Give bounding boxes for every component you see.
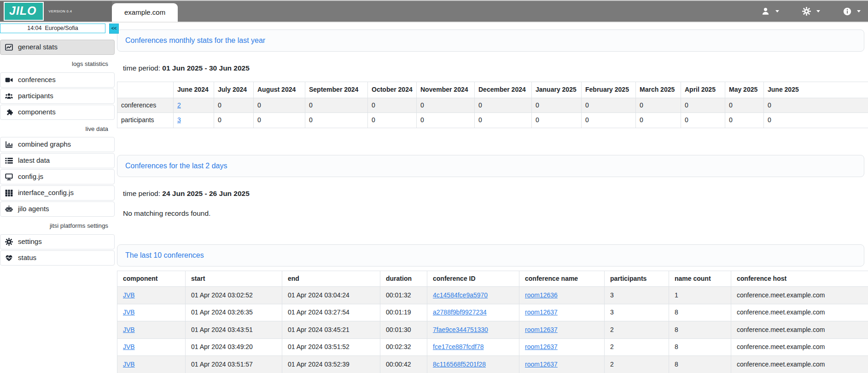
sidebar-section-jitsi-platforms-settings: jitsi platforms settings [0, 218, 115, 234]
column-header: end [282, 271, 380, 287]
conference-name-link[interactable]: room12637 [525, 361, 558, 368]
sidebar-item-label: participants [18, 92, 53, 101]
heart-pulse-icon [5, 254, 13, 262]
column-header: duration [380, 271, 427, 287]
sidebar-item-components[interactable]: components [0, 105, 115, 120]
conference-name-link[interactable]: room12637 [525, 326, 558, 333]
sidebar-item-label: latest data [18, 156, 50, 165]
conferences-count-link[interactable]: 2 [177, 101, 181, 109]
column-header: conference name [519, 271, 605, 287]
cell: 2 [605, 321, 669, 339]
sidebar-item-label: combined graphs [18, 140, 71, 149]
cell: 2 [605, 338, 669, 356]
cell: conference.meet.example.com [731, 356, 868, 373]
column-header: November 2024 [417, 82, 475, 98]
time-period-label: time period: [123, 64, 160, 72]
table-row: conferences 2 0 0 0 0 0 0 0 0 0 0 0 0 [117, 98, 868, 113]
table-row: JVB 01 Apr 2024 03:26:35 01 Apr 2024 03:… [117, 304, 868, 321]
video-camera-icon [5, 76, 13, 84]
cell: 00:00:42 [380, 356, 427, 373]
cell: 0 [475, 98, 532, 113]
sidebar-item-config-js[interactable]: config.js [0, 169, 115, 184]
cell: conference.meet.example.com [731, 287, 868, 304]
component-link[interactable]: JVB [123, 326, 135, 333]
user-menu[interactable] [761, 7, 779, 16]
sidebar-section-logs-statistics: logs statistics [0, 56, 115, 72]
sidebar-item-latest-data[interactable]: latest data [0, 153, 115, 168]
table-row: JVB 01 Apr 2024 03:51:57 01 Apr 2024 03:… [117, 356, 868, 373]
cell: 00:02:32 [380, 338, 427, 356]
column-header: September 2024 [305, 82, 368, 98]
main-content: Conferences monthly stats for the last y… [117, 23, 868, 373]
panel-last2days-header: Conferences for the last 2 days [117, 155, 864, 177]
column-header: name count [669, 271, 731, 287]
sidebar-collapse-button[interactable]: << [109, 24, 119, 34]
cell: conference.meet.example.com [731, 338, 868, 356]
cell: 01 Apr 2024 03:26:35 [186, 304, 282, 321]
column-header: start [186, 271, 282, 287]
clock-timezone: Europe/Sofia [45, 25, 78, 32]
column-header: August 2024 [254, 82, 305, 98]
chart-line-icon [5, 43, 13, 51]
conference-id-link[interactable]: 4c14584fce9a5970 [433, 291, 488, 299]
column-header: July 2024 [214, 82, 254, 98]
table-row: JVB 01 Apr 2024 03:49:20 01 Apr 2024 03:… [117, 338, 868, 356]
column-header: component [117, 271, 186, 287]
cell: 0 [725, 98, 764, 113]
participants-count-link[interactable]: 3 [177, 116, 181, 124]
cell: 0 [417, 98, 475, 113]
puzzle-piece-icon [5, 108, 13, 116]
sidebar-item-combined-graphs[interactable]: combined graphs [0, 137, 115, 152]
info-menu[interactable] [843, 7, 861, 16]
sidebar-item-status[interactable]: status [0, 250, 115, 266]
conference-id-link[interactable]: 8c116568f5201f28 [433, 361, 486, 368]
monthly-stats-title-link[interactable]: Conferences monthly stats for the last y… [125, 36, 265, 44]
last10-title-link[interactable]: The last 10 conferences [125, 251, 204, 259]
desktop-icon [5, 173, 13, 181]
sidebar-item-settings[interactable]: settings [0, 234, 115, 249]
conference-name-link[interactable]: room12636 [525, 291, 558, 299]
cell: 3 [605, 304, 669, 321]
conference-id-link[interactable]: fce17ce887fcdf78 [433, 343, 484, 350]
conference-id-link[interactable]: a2788f9bf9927234 [433, 308, 487, 316]
cell: 0 [368, 113, 417, 128]
last2days-title-link[interactable]: Conferences for the last 2 days [125, 162, 227, 170]
cell: 0 [368, 98, 417, 113]
component-link[interactable]: JVB [123, 308, 135, 316]
column-header: December 2024 [475, 82, 532, 98]
row-label: conferences [117, 98, 174, 113]
sidebar-item-jilo-agents[interactable]: jilo agents [0, 201, 115, 217]
platform-tab[interactable]: example.com [112, 3, 178, 22]
conference-name-link[interactable]: room12637 [525, 343, 558, 350]
column-header [117, 82, 174, 98]
time-period-label: time period: [123, 189, 160, 197]
cell: 0 [417, 113, 475, 128]
cell: 01 Apr 2024 03:51:52 [282, 338, 380, 356]
column-header: April 2025 [681, 82, 725, 98]
sidebar-item-participants[interactable]: participants [0, 89, 115, 104]
chart-column-icon [5, 141, 13, 148]
conference-name-link[interactable]: room12637 [525, 308, 558, 316]
last10-conferences-table: component start end duration conference … [117, 271, 868, 373]
cell: 0 [764, 98, 868, 113]
component-link[interactable]: JVB [123, 291, 135, 299]
gear-icon [802, 7, 811, 16]
column-header: participants [605, 271, 669, 287]
column-header: March 2025 [636, 82, 681, 98]
cell: conference.meet.example.com [731, 304, 868, 321]
cell: 01 Apr 2024 03:49:20 [186, 338, 282, 356]
sidebar-item-conferences[interactable]: conferences [0, 72, 115, 88]
component-link[interactable]: JVB [123, 343, 135, 350]
sidebar-item-interface-config-js[interactable]: interface_config.js [0, 185, 115, 201]
panel-monthly-stats-header: Conferences monthly stats for the last y… [117, 30, 864, 52]
sidebar-item-general-stats[interactable]: general stats [0, 40, 115, 55]
cell: 0 [254, 98, 305, 113]
cell: 00:01:19 [380, 304, 427, 321]
sidebar-item-label: conferences [18, 76, 56, 84]
brand-area: JILO VERSION 0.4 [0, 1, 112, 22]
table-header-row: June 2024 July 2024 August 2024 Septembe… [117, 82, 868, 98]
monthly-time-period: time period: 01 Jun 2025 - 30 Jun 2025 [123, 64, 868, 72]
settings-menu[interactable] [802, 7, 820, 16]
conference-id-link[interactable]: 7fae9ce344751330 [433, 326, 488, 333]
component-link[interactable]: JVB [123, 361, 135, 368]
